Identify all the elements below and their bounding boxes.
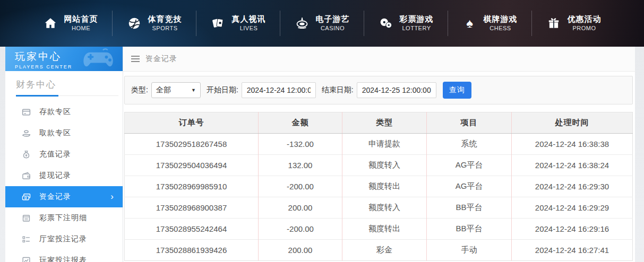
column-header-amount: 金额	[259, 112, 342, 134]
playing-cards-icon	[211, 16, 226, 31]
nav-en-lottery: LOTTERY	[402, 25, 431, 32]
query-button[interactable]: 查询	[443, 82, 471, 99]
column-header-item: 项目	[427, 112, 512, 134]
sidebar: 玩家中心 PLAYERS CENTER 财务中心 存款专区	[5, 47, 123, 262]
cell-item: BB平台	[427, 219, 512, 240]
nav-zh-lives: 真人视讯	[232, 14, 266, 24]
nav-en-sports: SPORTS	[152, 25, 177, 32]
cell-type: 彩金	[342, 240, 427, 261]
sidebar-item-lottery-bet-details[interactable]: 彩票下注明细	[5, 207, 123, 229]
gift-icon	[546, 16, 561, 31]
sidebar-item-label: 取款专区	[39, 128, 71, 138]
sidebar-item-label: 充值记录	[39, 150, 71, 159]
wallet-icon	[21, 171, 31, 180]
type-select-value: 全部	[156, 85, 171, 95]
ledger-book-icon	[21, 213, 31, 223]
cell-process-time: 2024-12-24 16:38:38	[512, 134, 633, 155]
sidebar-item-withdraw-zone[interactable]: 取款专区	[5, 123, 123, 144]
cell-item: AG平台	[427, 155, 512, 176]
funds-records-table: 订单号 金额 类型 项目 处理时间 1735029518267458 -132.…	[124, 112, 633, 261]
filter-bar: 类型: 全部 ▼ 开始日期: 结束日期: 查询	[124, 76, 633, 104]
cell-type: 额度转出	[342, 219, 427, 240]
cell-amount: -132.00	[259, 134, 342, 155]
cell-order-id: 1735028968900387	[125, 197, 259, 219]
cell-item: 手动	[427, 240, 512, 261]
list-detail-icon	[21, 234, 31, 244]
type-filter-label: 类型:	[131, 85, 148, 95]
nav-zh-casino: 电子游艺	[316, 14, 350, 24]
sidebar-item-recharge-records[interactable]: 充值记录	[5, 144, 123, 165]
nav-item-lives[interactable]: 真人视讯 LIVES	[196, 8, 280, 38]
sidebar-item-room-bet-records[interactable]: 厅室投注记录	[5, 229, 123, 250]
cell-order-id: 1735029504036494	[125, 155, 259, 176]
page-root: 网站首页 HOME 体育竞技 SPORTS 真人视讯 LIVES	[0, 0, 644, 262]
nav-item-chess[interactable]: ♠ 棋牌游戏 CHESS	[448, 8, 532, 38]
nav-en-home: HOME	[72, 25, 90, 32]
start-date-input[interactable]	[242, 82, 316, 98]
sidebar-item-label: 厅室投注记录	[39, 234, 87, 244]
sidebar-item-label: 存款专区	[39, 107, 71, 117]
type-select[interactable]: 全部 ▼	[151, 82, 201, 98]
top-navigation: 网站首页 HOME 体育竞技 SPORTS 真人视讯 LIVES	[0, 0, 644, 47]
breadcrumb-label: 资金记录	[145, 54, 177, 64]
gamepad-icon	[77, 48, 119, 71]
nav-label-home: 网站首页 HOME	[64, 14, 98, 32]
sidebar-item-deposit-zone[interactable]: 存款专区	[5, 101, 123, 123]
column-header-order-id: 订单号	[125, 112, 259, 134]
nav-item-home[interactable]: 网站首页 HOME	[29, 8, 113, 38]
sidebar-section: 财务中心	[5, 71, 123, 96]
deposit-card-icon	[21, 107, 31, 117]
roulette-icon	[295, 16, 310, 31]
sidebar-item-funds-records[interactable]: 资金记录 ›	[5, 186, 123, 207]
nav-zh-chess: 棋牌游戏	[484, 14, 518, 24]
nav-zh-lottery: 彩票游戏	[400, 14, 434, 24]
spade-icon: ♠	[462, 16, 477, 31]
sidebar-item-label: 彩票下注明细	[39, 213, 87, 223]
cell-order-id: 1735029518267458	[125, 134, 259, 155]
cell-item: AG平台	[427, 176, 512, 197]
sidebar-item-withdrawal-records[interactable]: 提现记录	[5, 165, 123, 186]
table-row: 1735029518267458 -132.00 申请提款 系统 2024-12…	[125, 134, 633, 155]
cell-type: 额度转入	[342, 155, 427, 176]
nav-item-casino[interactable]: 电子游艺 CASINO	[280, 8, 364, 38]
nav-zh-sports: 体育竞技	[148, 14, 182, 24]
banknotes-icon	[21, 192, 31, 202]
table-row: 1735028968900387 200.00 额度转入 BB平台 2024-1…	[125, 197, 633, 219]
sidebar-menu: 存款专区 取款专区 充值记录	[5, 96, 123, 262]
nav-label-chess: 棋牌游戏 CHESS	[484, 14, 518, 32]
nav-en-casino: CASINO	[321, 25, 345, 32]
nav-zh-home: 网站首页	[64, 14, 98, 24]
sidebar-item-label: 玩家投注报表	[39, 256, 87, 262]
table-header-row: 订单号 金额 类型 项目 处理时间	[125, 112, 633, 134]
column-header-type: 类型	[342, 112, 427, 134]
end-date-input[interactable]	[357, 82, 436, 98]
sidebar-item-label: 资金记录	[39, 192, 71, 202]
cell-item: 系统	[427, 134, 512, 155]
sidebar-header: 玩家中心 PLAYERS CENTER	[5, 47, 123, 71]
cell-type: 额度转入	[342, 197, 427, 219]
money-bag-icon	[21, 150, 31, 159]
sidebar-item-label: 提现记录	[39, 171, 71, 180]
content-area: 类型: 全部 ▼ 开始日期: 结束日期: 查询 订单号	[123, 72, 635, 261]
cell-order-id: 1735028955242464	[125, 219, 259, 240]
sidebar-item-player-bet-report[interactable]: 玩家投注报表	[5, 250, 123, 262]
hamburger-menu-icon[interactable]	[131, 55, 140, 63]
cell-amount: 132.00	[259, 155, 342, 176]
nav-zh-promo: 优惠活动	[568, 14, 602, 24]
cell-amount: 200.00	[259, 197, 342, 219]
column-header-process-time: 处理时间	[512, 112, 633, 134]
nav-en-chess: CHESS	[490, 25, 511, 32]
nav-label-lottery: 彩票游戏 LOTTERY	[400, 14, 434, 32]
nav-item-lottery[interactable]: 彩票游戏 LOTTERY	[364, 8, 448, 38]
nav-item-sports[interactable]: 体育竞技 SPORTS	[113, 8, 196, 38]
table-row: 1735028969985910 -200.00 额度转出 AG平台 2024-…	[125, 176, 633, 197]
cell-amount: 200.00	[259, 240, 342, 261]
end-date-label: 结束日期:	[322, 85, 354, 95]
withdraw-hand-icon	[21, 128, 31, 138]
cell-process-time: 2024-12-24 16:29:29	[512, 197, 633, 219]
cell-order-id: 1735028861939426	[125, 240, 259, 261]
table-row: 1735029504036494 132.00 额度转入 AG平台 2024-1…	[125, 155, 633, 176]
finance-center-heading: 财务中心	[16, 78, 118, 96]
nav-label-casino: 电子游艺 CASINO	[316, 14, 350, 32]
nav-item-promo[interactable]: 优惠活动 PROMO	[532, 8, 616, 38]
